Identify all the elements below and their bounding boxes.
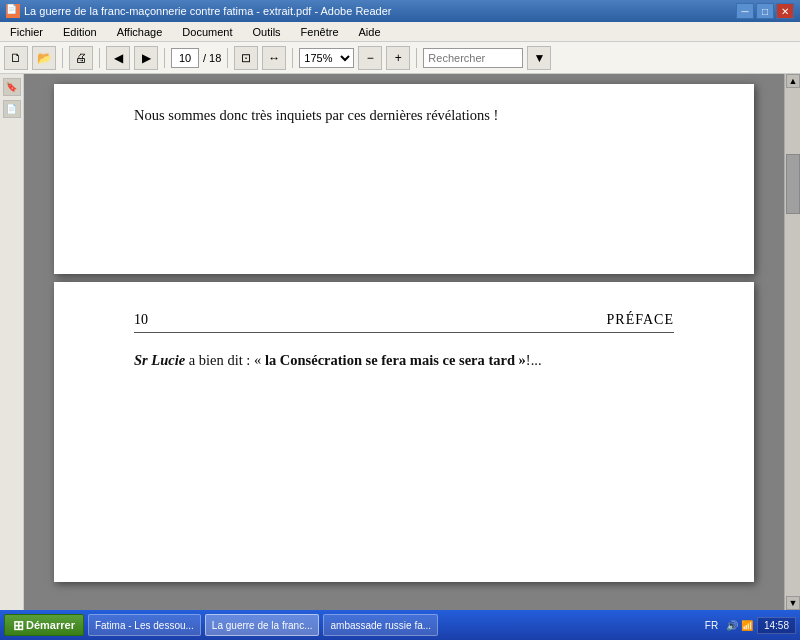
menu-fichier[interactable]: Fichier bbox=[4, 24, 49, 40]
sr-lucie-label: Sr Lucie bbox=[134, 352, 185, 368]
sep2 bbox=[99, 48, 100, 68]
print-button[interactable]: 🖨 bbox=[69, 46, 93, 70]
menu-aide[interactable]: Aide bbox=[353, 24, 387, 40]
search-input[interactable] bbox=[423, 48, 523, 68]
minimize-button[interactable]: ─ bbox=[736, 3, 754, 19]
fit-width-button[interactable]: ↔ bbox=[262, 46, 286, 70]
sep5 bbox=[292, 48, 293, 68]
close-button[interactable]: ✕ bbox=[776, 3, 794, 19]
taskbar-item-0[interactable]: Fatima - Les dessou... bbox=[88, 614, 201, 636]
page-input[interactable] bbox=[171, 48, 199, 68]
left-panel: 🔖 📄 bbox=[0, 74, 24, 610]
page-bottom-text: Sr Lucie a bien dit : « la Consécration … bbox=[134, 349, 674, 372]
page-number-label: 10 bbox=[134, 312, 148, 328]
zoom-out-button[interactable]: − bbox=[358, 46, 382, 70]
scroll-up-button[interactable]: ▲ bbox=[786, 74, 800, 88]
start-button[interactable]: ⊞ Démarrer bbox=[4, 614, 84, 636]
app-icon: 📄 bbox=[6, 4, 20, 18]
pages-icon[interactable]: 📄 bbox=[3, 100, 21, 118]
search-button[interactable]: ▼ bbox=[527, 46, 551, 70]
taskbar-item-2[interactable]: ambassade russie fa... bbox=[323, 614, 438, 636]
menu-bar: Fichier Edition Affichage Document Outil… bbox=[0, 22, 800, 42]
title-bar: 📄 La guerre de la franc-maçonnerie contr… bbox=[0, 0, 800, 22]
menu-document[interactable]: Document bbox=[176, 24, 238, 40]
sep1 bbox=[62, 48, 63, 68]
sep4 bbox=[227, 48, 228, 68]
scroll-down-button[interactable]: ▼ bbox=[786, 596, 800, 610]
menu-edition[interactable]: Edition bbox=[57, 24, 103, 40]
system-tray-icons: 🔊 📶 bbox=[726, 620, 753, 631]
scroll-thumb[interactable] bbox=[786, 154, 800, 214]
bookmarks-icon[interactable]: 🔖 bbox=[3, 78, 21, 96]
open-button[interactable]: 📂 bbox=[32, 46, 56, 70]
new-button[interactable]: 🗋 bbox=[4, 46, 28, 70]
menu-outils[interactable]: Outils bbox=[246, 24, 286, 40]
pdf-area[interactable]: Nous sommes donc très inquiets par ces d… bbox=[24, 74, 784, 610]
page-header: 10 PRÉFACE bbox=[134, 312, 674, 333]
sep6 bbox=[416, 48, 417, 68]
next-page-button[interactable]: ▶ bbox=[134, 46, 158, 70]
scrollbar[interactable]: ▲ ▼ bbox=[784, 74, 800, 610]
prev-page-button[interactable]: ◀ bbox=[106, 46, 130, 70]
fit-page-button[interactable]: ⊡ bbox=[234, 46, 258, 70]
text-end: !... bbox=[526, 352, 542, 368]
taskbar: ⊞ Démarrer Fatima - Les dessou... La gue… bbox=[0, 610, 800, 640]
page-top-text: Nous sommes donc très inquiets par ces d… bbox=[134, 104, 674, 127]
page-total: / 18 bbox=[203, 52, 221, 64]
zoom-select[interactable]: 175% 100% 125% 150% 200% bbox=[299, 48, 354, 68]
menu-fenetre[interactable]: Fenêtre bbox=[295, 24, 345, 40]
window-title: La guerre de la franc-maçonnerie contre … bbox=[24, 5, 391, 17]
taskbar-item-1[interactable]: La guerre de la franc... bbox=[205, 614, 320, 636]
language-indicator: FR bbox=[701, 618, 722, 633]
menu-affichage[interactable]: Affichage bbox=[111, 24, 169, 40]
main-area: 🔖 📄 Nous sommes donc très inquiets par c… bbox=[0, 74, 800, 610]
taskbar-right: FR 🔊 📶 14:58 bbox=[701, 617, 796, 634]
pdf-page-top: Nous sommes donc très inquiets par ces d… bbox=[54, 84, 754, 274]
consecration-text: la Consécration se fera mais ce sera tar… bbox=[265, 352, 526, 368]
toolbar: 🗋 📂 🖨 ◀ ▶ / 18 ⊡ ↔ 175% 100% 125% 150% 2… bbox=[0, 42, 800, 74]
pdf-page-bottom: 10 PRÉFACE Sr Lucie a bien dit : « la Co… bbox=[54, 282, 754, 582]
text-part1: a bien dit : « bbox=[185, 352, 265, 368]
clock: 14:58 bbox=[757, 617, 796, 634]
sep3 bbox=[164, 48, 165, 68]
section-label: PRÉFACE bbox=[607, 312, 674, 328]
maximize-button[interactable]: □ bbox=[756, 3, 774, 19]
zoom-in-button[interactable]: + bbox=[386, 46, 410, 70]
